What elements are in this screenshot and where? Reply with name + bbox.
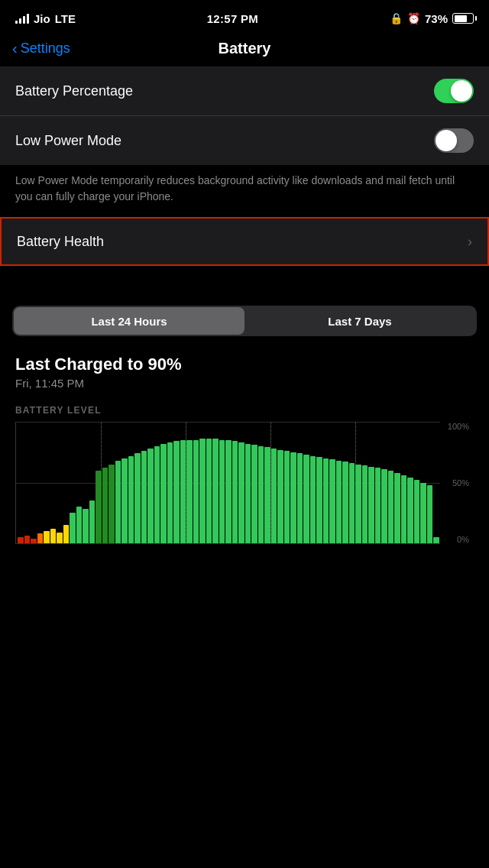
chart-bar [115, 461, 121, 543]
chart-bar [303, 455, 309, 543]
chart-bar [238, 442, 244, 543]
chart-bar [290, 452, 296, 543]
chart-bar [44, 531, 50, 543]
chart-bar [173, 441, 180, 543]
chart-bar [277, 450, 283, 543]
low-power-mode-label: Low Power Mode [15, 133, 121, 149]
battery-health-row[interactable]: Battery Health › [2, 219, 487, 264]
chart-bar [57, 533, 63, 543]
y-label-50: 50% [452, 478, 469, 487]
chart-bar [180, 440, 186, 543]
back-chevron-icon: ‹ [12, 40, 18, 57]
chart-bar [154, 446, 160, 543]
status-right: 🔒 ⏰ 73% [390, 12, 474, 25]
low-power-mode-row: Low Power Mode [0, 116, 489, 165]
chart-bar [102, 468, 108, 543]
battery-percentage-section: Battery Percentage Low Power Mode [0, 66, 489, 165]
chart-bar [388, 471, 394, 543]
battery-icon [452, 13, 474, 24]
chart-bar [401, 475, 407, 543]
status-left: Jio LTE [15, 12, 76, 25]
charge-title: Last Charged to 90% [15, 355, 474, 374]
chevron-right-icon: › [468, 234, 472, 250]
chart-y-axis: 100% 50% 0% [440, 422, 474, 544]
chart-bar [323, 458, 329, 543]
chart-bar [160, 444, 167, 543]
chart-bar [336, 461, 342, 543]
chart-section-label: BATTERY LEVEL [15, 405, 474, 416]
chart-bar [329, 459, 335, 543]
chart-bar [108, 465, 115, 543]
chart-bar [258, 446, 264, 543]
chart-bar [128, 456, 134, 543]
chart-bar [271, 449, 277, 543]
chart-bar [245, 444, 251, 543]
chart-bar [63, 525, 70, 543]
carrier-label: Jio [34, 12, 50, 25]
chart-bar [206, 439, 212, 543]
chart-bar [219, 440, 225, 543]
status-bar: Jio LTE 12:57 PM 🔒 ⏰ 73% [0, 0, 489, 34]
chart-bar [50, 529, 57, 543]
chart-bar [427, 485, 433, 543]
chart-bar [414, 480, 420, 543]
chart-bar [310, 456, 316, 543]
chart-bar [368, 467, 374, 543]
chart-bar [134, 453, 141, 543]
low-power-mode-description: Low Power Mode temporarily reduces backg… [0, 165, 489, 217]
status-time: 12:57 PM [207, 12, 258, 25]
chart-area [15, 422, 440, 544]
chart-bar [316, 457, 322, 543]
chart-bar [37, 533, 44, 543]
tab-7days[interactable]: Last 7 Days [244, 307, 475, 335]
tab-24hours[interactable]: Last 24 Hours [14, 307, 244, 335]
chart-bar [297, 453, 303, 543]
signal-bars-icon [15, 13, 29, 24]
chart-bar [264, 447, 270, 543]
chart-bar [193, 440, 199, 543]
chart-bar [121, 458, 128, 543]
chart-bar [349, 463, 355, 543]
chart-bar [394, 473, 400, 543]
chart-bar [232, 441, 238, 543]
chart-bar [251, 445, 257, 543]
chart-bar [31, 539, 37, 543]
chart-bar [96, 471, 102, 543]
chart-bar [199, 439, 206, 543]
chart-bar [70, 513, 76, 543]
chart-bar [18, 537, 24, 543]
charge-info: Last Charged to 90% Fri, 11:45 PM [0, 342, 489, 393]
back-button[interactable]: ‹ Settings [12, 40, 70, 57]
chart-bar [433, 537, 439, 543]
nav-header: ‹ Settings Battery [0, 34, 489, 66]
section-gap [0, 266, 489, 293]
chart-bars [16, 422, 440, 543]
chart-bar [381, 469, 387, 543]
chart-bar [420, 483, 426, 544]
lock-icon: 🔒 [390, 12, 403, 24]
chart-bar [407, 478, 413, 543]
chart-bar [76, 507, 83, 543]
chart-bar [89, 500, 96, 543]
chart-bar [83, 509, 89, 543]
battery-percentage-toggle[interactable] [434, 79, 474, 103]
chart-bar [355, 465, 361, 543]
chart-section: BATTERY LEVEL 100% 50% 0% [0, 393, 489, 544]
battery-percentage-label: Battery Percentage [15, 83, 133, 99]
chart-container: 100% 50% 0% [15, 422, 474, 544]
low-power-mode-toggle[interactable] [434, 128, 474, 153]
battery-health-section[interactable]: Battery Health › [0, 217, 489, 266]
chart-bar [362, 465, 368, 543]
tab-selector: Last 24 Hours Last 7 Days [12, 306, 477, 336]
page-title: Battery [219, 40, 271, 57]
chart-bar [225, 440, 232, 543]
y-label-100: 100% [448, 422, 469, 431]
chart-bar [284, 451, 290, 543]
chart-bar [186, 440, 193, 543]
chart-bar [147, 449, 154, 543]
y-label-0: 0% [457, 535, 469, 544]
battery-percent-label: 73% [425, 12, 448, 25]
chart-bar [212, 439, 219, 543]
battery-percentage-row: Battery Percentage [0, 66, 489, 116]
chart-bar [24, 536, 31, 543]
